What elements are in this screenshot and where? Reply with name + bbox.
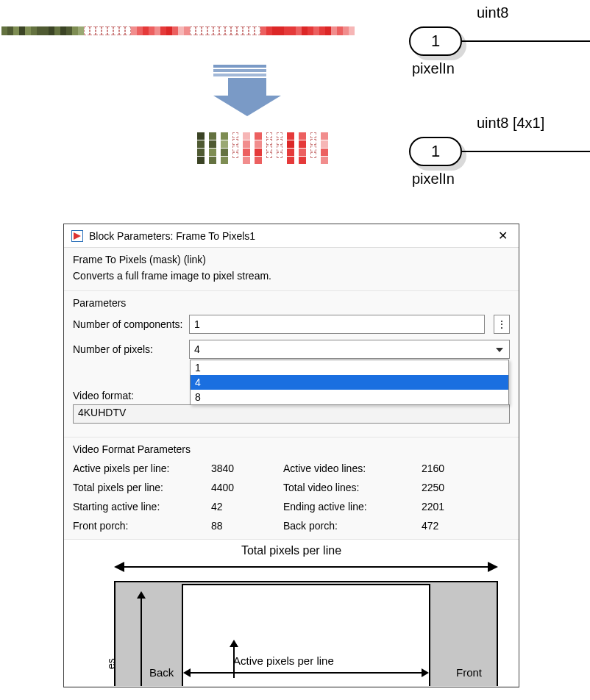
row-num-pixels: Number of pixels: 4 1 4 8 [73,340,510,359]
label-bp: Back porch: [283,520,408,532]
value-apl: 3840 [211,463,270,474]
value-sal: 42 [211,501,270,512]
mask-description: Converts a full frame image to pixel str… [73,270,510,282]
value-bp: 472 [422,520,480,532]
inport-oval: 1 [409,26,462,56]
geo-tpl-label: Total pixels per line [64,544,519,557]
block-parameters-dialog: Block Parameters: Frame To Pixels1 ✕ Fra… [63,224,519,688]
select-num-pixels[interactable]: 4 1 4 8 [189,340,510,359]
dropdown-option[interactable]: 8 [191,390,508,404]
value-tpl: 4400 [211,482,270,493]
label-tvl: Total video lines: [283,482,408,493]
select-num-pixels-value: 4 [194,343,200,355]
label-tpl: Total pixels per line: [73,482,198,493]
value-fp: 88 [211,520,270,532]
geo-apl-arrow [185,672,427,674]
geo-front-label: Front [456,666,482,679]
mask-title: Frame To Pixels (mask) (link) [73,254,510,265]
inport-label: pixelIn [412,171,455,188]
inport-number: 1 [431,142,440,161]
geo-inner-frame [182,584,430,687]
inport-block-1: 1 pixelIn uint8 [409,26,590,56]
vf-grid: Active pixels per line: 3840 Active vide… [73,463,510,532]
input-num-components[interactable] [189,315,485,334]
more-button[interactable]: ⋮ [494,315,510,334]
down-arrow-icon [213,65,281,116]
chevron-down-icon [496,348,503,352]
label-num-pixels: Number of pixels: [73,343,183,355]
geo-lines-text: es [105,658,117,669]
row-num-components: Number of components: ⋮ [73,315,510,334]
frame-geometry-diagram: Total pixels per line es Starting active… [64,540,519,687]
section-title-vf: Video Format Parameters [73,443,510,455]
inport-dtype: uint8 [4x1] [477,115,544,132]
simulink-icon [71,230,83,242]
value-tvl: 2250 [422,482,480,493]
value-eal: 2201 [422,501,480,512]
pixel-strip-4x [197,132,328,164]
inport-oval: 1 [409,137,462,166]
dialog-titlebar: Block Parameters: Frame To Pixels1 ✕ [64,224,519,248]
input-video-format[interactable]: 4KUHDTV [73,404,510,424]
mask-header: Frame To Pixels (mask) (link) Converts a… [64,248,519,291]
close-button[interactable]: ✕ [494,229,511,243]
label-sal: Starting active line: [73,501,198,512]
geo-tpl-arrow [115,566,497,568]
inport-number: 1 [431,32,440,51]
label-video-format: Video format: [73,390,183,401]
geo-back-label: Back [149,666,174,679]
geo-apl-label: Active pixels per line [233,654,334,667]
label-num-components: Number of components: [73,318,183,330]
label-eal: Ending active line: [283,501,408,512]
inport-dtype: uint8 [477,4,508,21]
inport-block-2: 1 pixelIn uint8 [4x1] [409,137,590,166]
parameters-section: Parameters Number of components: ⋮ Numbe… [64,291,519,438]
label-fp: Front porch: [73,520,198,532]
row-video-format-value: 4KUHDTV [73,404,510,424]
video-format-parameters-section: Video Format Parameters Active pixels pe… [64,438,519,540]
inport-label: pixelIn [412,60,455,77]
value-avl: 2160 [422,463,480,474]
label-avl: Active video lines: [283,463,408,474]
dropdown-option[interactable]: 1 [191,360,508,375]
dropdown-option[interactable]: 4 [191,375,508,390]
dialog-title: Block Parameters: Frame To Pixels1 [89,230,255,242]
dropdown-num-pixels: 1 4 8 [190,360,509,405]
label-apl: Active pixels per line: [73,463,198,474]
video-format-value: 4KUHDTV [78,407,126,418]
pixel-strip-1x [1,26,355,35]
section-title-parameters: Parameters [73,297,510,309]
geo-vline [141,593,142,687]
